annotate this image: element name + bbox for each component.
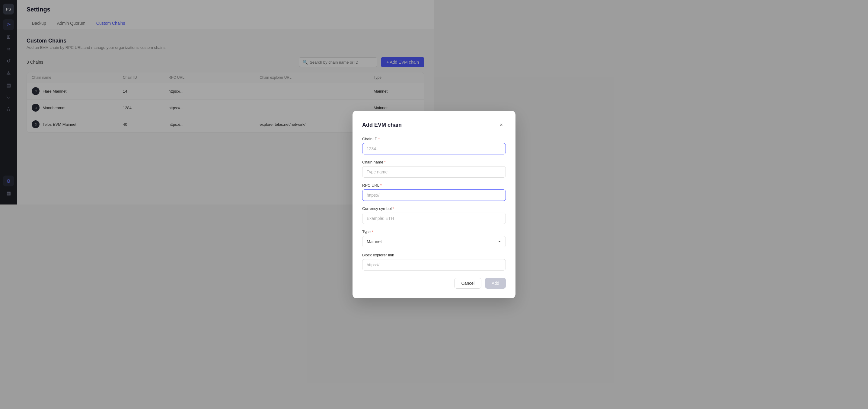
chain-name-label: Chain name * xyxy=(362,160,434,164)
modal-title: Add EVM chain xyxy=(362,122,402,128)
rpc-url-group: RPC URL * xyxy=(362,183,434,201)
chain-name-input[interactable] xyxy=(362,166,434,178)
modal-header: Add EVM chain × xyxy=(362,121,434,129)
rpc-url-required: * xyxy=(380,183,382,188)
chain-name-required: * xyxy=(384,160,386,164)
chain-id-required: * xyxy=(378,137,380,141)
rpc-url-label: RPC URL * xyxy=(362,183,434,188)
add-evm-chain-modal: Add EVM chain × Chain ID * Chain name * … xyxy=(352,111,434,205)
rpc-url-input[interactable] xyxy=(362,190,434,201)
modal-overlay[interactable]: Add EVM chain × Chain ID * Chain name * … xyxy=(0,0,434,205)
chain-id-input[interactable] xyxy=(362,143,434,155)
chain-id-group: Chain ID * xyxy=(362,137,434,155)
chain-id-label: Chain ID * xyxy=(362,137,434,141)
chain-name-group: Chain name * xyxy=(362,160,434,178)
